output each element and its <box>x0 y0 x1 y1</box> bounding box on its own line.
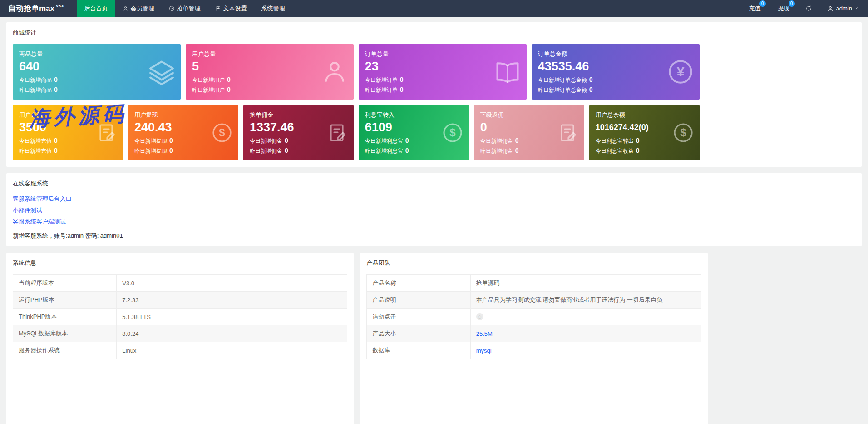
row-value-cell: mysql <box>470 342 701 359</box>
tile-title: 商品总量 <box>19 50 174 58</box>
service-panel: 在线客服系统 客服系统管理后台入口小部件测试客服系统客户端测试 新增客服系统，账… <box>6 173 862 246</box>
user-name: admin <box>836 5 852 12</box>
tile-line-value: 0 <box>54 76 58 83</box>
tile-line-label: 昨日新增用户 <box>192 87 225 93</box>
nav-item-0[interactable]: 后台首页 <box>77 0 115 17</box>
stats-panel-title: 商城统计 <box>13 29 855 37</box>
row-value-link[interactable]: mysql <box>476 347 492 354</box>
row-value-link[interactable]: 25.5M <box>476 330 493 337</box>
table-row: 产品说明本产品只为学习测试交流,请勿要做商业或者用于违法行为,一切后果自负 <box>367 292 701 309</box>
header-buttons: 充值0提现0 <box>740 0 799 17</box>
tile-line-label: 今日利息宝收益 <box>596 148 634 154</box>
tile-line-value: 0 <box>285 137 288 144</box>
stat-tile-row1-2: 订单总量23今日新增订单0昨日新增订单0 <box>359 44 527 100</box>
stat-tile-row1-3: 订单总金额43535.46今日新增订单总金额0昨日新增订单总金额0¥ <box>532 44 700 100</box>
dollar-icon: $ <box>211 122 233 144</box>
tile-line-value: 0 <box>169 147 173 154</box>
tile-line-label: 昨日新增提现 <box>134 148 167 154</box>
stat-tile-row2-2: 抢单佣金1337.46今日新增佣金0昨日新增佣金0 <box>243 105 354 160</box>
row-value-cell: 抢单源码 <box>470 275 701 292</box>
row-label: 服务器操作系统 <box>19 347 60 354</box>
tile-stat-line: 昨日新增提现0 <box>134 147 232 155</box>
header-button-0[interactable]: 充值0 <box>740 0 769 17</box>
nav-item-2[interactable]: 抢单管理 <box>162 0 208 17</box>
tile-stat-line: 昨日新增利息宝0 <box>365 147 463 155</box>
nav-item-label: 会员管理 <box>131 5 154 13</box>
header-button-1[interactable]: 提现0 <box>769 0 799 17</box>
row-value-cell: V3.0 <box>117 275 347 292</box>
tile-stat-line: 昨日新增商品0 <box>19 86 174 94</box>
tile-line-label: 昨日新增利息宝 <box>365 148 403 154</box>
service-link-1[interactable]: 小部件测试 <box>13 206 42 214</box>
row-label-cell: 数据库 <box>367 342 470 359</box>
row-label-cell: 服务器操作系统 <box>13 342 117 359</box>
tile-line-label: 昨日新增佣金 <box>250 148 282 154</box>
tile-title: 订单总金额 <box>538 50 693 58</box>
table-row: ThinkPHP版本5.1.38 LTS <box>13 309 347 325</box>
tile-line-value: 0 <box>589 86 593 93</box>
tile-line-value: 0 <box>589 76 593 83</box>
docpen-icon <box>326 122 348 144</box>
tile-line-value: 0 <box>515 137 519 144</box>
refresh-button[interactable] <box>799 0 819 17</box>
row-value: Linux <box>122 347 136 354</box>
main-nav: 后台首页会员管理抢单管理文本设置系统管理 <box>77 0 292 17</box>
row-value: 8.0.24 <box>122 330 138 337</box>
tile-title: 下级返佣 <box>480 111 578 119</box>
tile-line-value: 0 <box>227 76 231 83</box>
tile-title: 用户总余额 <box>596 111 693 119</box>
svg-text:$: $ <box>680 126 686 139</box>
tile-line-label: 昨日新增商品 <box>19 87 52 93</box>
row-label: 当前程序版本 <box>19 279 54 286</box>
nav-item-label: 后台首页 <box>84 5 108 13</box>
stat-tile-row2-0: 用户充值3500今日新增充值0昨日新增充值0 <box>13 105 123 160</box>
tile-line-label: 今日新增订单 <box>365 77 398 83</box>
book-icon <box>494 58 521 85</box>
refresh-icon <box>805 5 812 12</box>
layers-icon <box>148 58 175 85</box>
stat-tile-row2-5: 用户总余额1016274.42(0)今日利息宝转出0今日利息宝收益0$ <box>589 105 700 160</box>
app-logo[interactable]: 自动抢单max V3.0 <box>0 0 73 17</box>
nav-item-label: 文本设置 <box>223 5 247 13</box>
table-row: 产品名称抢单源码 <box>367 275 701 292</box>
tile-line-label: 昨日新增充值 <box>19 148 52 154</box>
dont-click-emoji-icon[interactable] <box>476 313 483 320</box>
row-label-cell: 产品名称 <box>367 275 470 292</box>
nav-item-4[interactable]: 系统管理 <box>254 0 292 17</box>
row-label-cell: 请勿点击 <box>367 309 470 325</box>
service-links: 客服系统管理后台入口小部件测试客服系统客户端测试 <box>13 195 855 226</box>
svg-text:¥: ¥ <box>676 64 684 79</box>
stat-tiles-row2: 用户充值3500今日新增充值0昨日新增充值0用户提现240.43今日新增提现0昨… <box>13 105 700 160</box>
row-label: 请勿点击 <box>372 313 396 320</box>
tile-line-value: 0 <box>400 86 404 93</box>
service-note: 新增客服系统，账号:admin 密码: admin01 <box>13 232 855 240</box>
row-label: 产品大小 <box>372 330 396 337</box>
bottom-section: 系统信息 当前程序版本V3.0运行PHP版本7.2.33ThinkPHP版本5.… <box>6 253 708 424</box>
app-version: V3.0 <box>56 4 64 8</box>
stat-tile-row1-1: 用户总量5今日新增用户0昨日新增用户0 <box>186 44 354 100</box>
header-button-label: 充值 <box>749 5 761 13</box>
row-label-cell: 运行PHP版本 <box>13 292 117 309</box>
chevron-up-icon <box>855 6 860 11</box>
system-info-panel: 系统信息 当前程序版本V3.0运行PHP版本7.2.33ThinkPHP版本5.… <box>6 253 354 424</box>
stats-panel: 商城统计 商品总量640今日新增商品0昨日新增商品0用户总量5今日新增用户0昨日… <box>6 22 862 167</box>
top-header: 自动抢单max V3.0 后台首页会员管理抢单管理文本设置系统管理 充值0提现0… <box>0 0 868 17</box>
row-value-cell: 8.0.24 <box>117 325 347 342</box>
service-link-2[interactable]: 客服系统客户端测试 <box>13 218 66 226</box>
nav-item-3[interactable]: 文本设置 <box>208 0 254 17</box>
tile-line-value: 0 <box>636 137 640 144</box>
row-value-cell: 7.2.33 <box>117 292 347 309</box>
notification-badge: 0 <box>789 0 795 7</box>
person-icon <box>123 5 128 11</box>
nav-item-1[interactable]: 会员管理 <box>115 0 162 17</box>
service-link-0[interactable]: 客服系统管理后台入口 <box>13 195 72 203</box>
row-label-cell: 产品说明 <box>367 292 470 309</box>
tile-line-value: 0 <box>227 86 231 93</box>
dollar-icon: $ <box>672 122 694 144</box>
table-row: 数据库mysql <box>367 342 701 359</box>
tile-line-value: 0 <box>515 147 519 154</box>
stat-tiles-row1: 商品总量640今日新增商品0昨日新增商品0用户总量5今日新增用户0昨日新增用户0… <box>13 44 700 100</box>
user-menu[interactable]: admin <box>819 0 868 17</box>
product-team-table: 产品名称抢单源码产品说明本产品只为学习测试交流,请勿要做商业或者用于违法行为,一… <box>366 274 701 359</box>
person-icon <box>321 58 348 85</box>
